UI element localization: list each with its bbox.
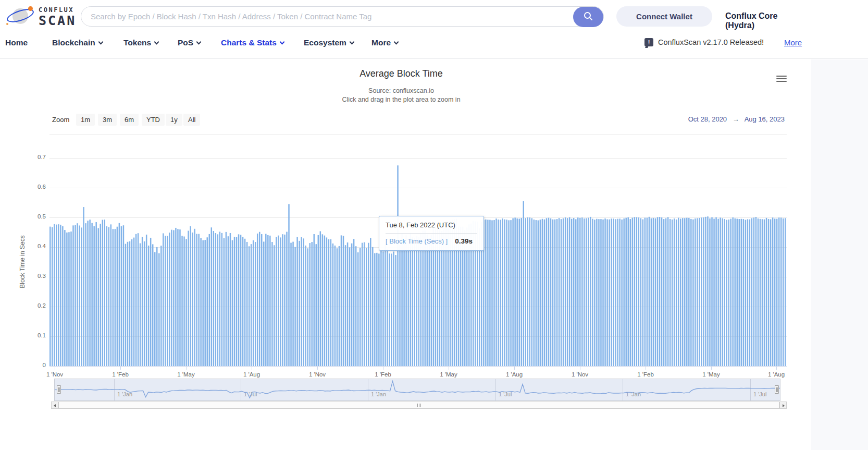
y-tick-label: 0.3	[10, 273, 46, 279]
chevron-down-icon	[394, 40, 399, 45]
chart-subtitle-source: Source: confluxscan.io	[0, 87, 802, 94]
chart-subtitle-hint: Click and drag in the plot area to zoom …	[0, 96, 802, 103]
x-tick	[646, 367, 646, 370]
search-icon	[583, 11, 593, 23]
nav-item-tokens[interactable]: Tokens	[123, 38, 158, 47]
chart-title: Average Block Time	[0, 68, 802, 79]
range-date-from[interactable]: Oct 28, 2020	[688, 115, 727, 123]
zoom-button-3m[interactable]: 3m	[98, 114, 117, 126]
navigator-right-handle[interactable]	[775, 385, 779, 394]
nav-item-label: More	[371, 38, 391, 47]
x-tick-label: 1 'Feb	[112, 371, 129, 378]
connect-wallet-button[interactable]: Connect Wallet	[616, 6, 712, 27]
x-tick	[186, 367, 187, 370]
chart-navigator[interactable]: 1 'Jan 1 'Jul 1 'Jan 1 'Jul 1 'Jan 1 'Ju…	[55, 379, 780, 400]
nav-item-pos[interactable]: PoS	[178, 38, 201, 47]
x-tick	[711, 367, 712, 370]
search-button[interactable]	[573, 7, 603, 27]
x-tick	[580, 367, 580, 370]
y-tick-label: 0.4	[10, 243, 46, 249]
nav-item-label: Tokens	[123, 38, 151, 47]
chart-context-menu-button[interactable]	[775, 73, 788, 83]
tooltip-series-label: [ Block Time (Secs) ]	[386, 237, 448, 245]
range-dates: Oct 28, 2020 → Aug 16, 2023	[672, 115, 785, 123]
x-tick-label: 1 'Nov	[572, 371, 588, 378]
x-tick-label: 1 'May	[440, 371, 457, 378]
y-tick-label: 0	[10, 362, 46, 368]
scrollbar-grip-icon	[417, 404, 418, 407]
announcement-text: ConfluxScan v2.17.0 Released!	[658, 38, 764, 46]
zoom-button-6m[interactable]: 6m	[120, 114, 139, 126]
announcement-icon: !	[644, 38, 653, 46]
x-tick-label: 1 'Aug	[243, 371, 260, 378]
x-tick	[383, 367, 383, 370]
zoom-button-ytd[interactable]: YTD	[142, 114, 165, 126]
nav-item-charts-stats[interactable]: Charts & Stats	[221, 38, 284, 47]
chevron-down-icon	[349, 40, 354, 45]
scrollbar-right-arrow-button[interactable]	[779, 402, 787, 409]
y-tick-label: 0.1	[10, 332, 46, 338]
x-tick-label: 1 'Aug	[506, 371, 523, 378]
zoom-button-all[interactable]: All	[183, 114, 200, 126]
tooltip-value: 0.39s	[455, 237, 473, 245]
search-bar	[81, 6, 604, 27]
tooltip-divider	[386, 233, 477, 234]
tooltip-date: Tue 8, Feb 2022 (UTC)	[386, 221, 477, 229]
nav-item-more[interactable]: More	[371, 38, 398, 47]
y-tick-label: 0.7	[10, 154, 46, 160]
planet-satellite-icon	[28, 6, 33, 11]
zoom-button-1y[interactable]: 1y	[166, 114, 182, 126]
nav-item-label: Home	[5, 38, 28, 47]
nav-item-label: PoS	[178, 38, 193, 47]
navigator-series	[55, 379, 780, 400]
x-tick-label: 1 'Aug	[768, 371, 785, 378]
confluxscan-logo[interactable]: CONFLUX SCAN	[5, 5, 78, 28]
chevron-down-icon	[196, 40, 202, 45]
main-nav: Home Blockchain Tokens PoS Charts & Stat…	[0, 32, 868, 55]
range-date-to[interactable]: Aug 16, 2023	[745, 115, 785, 123]
x-tick-label: 1 'Nov	[46, 371, 63, 378]
x-tick-label: 1 'Feb	[375, 371, 391, 378]
top-header: CONFLUX SCAN Connect Wallet Conflux Core…	[0, 0, 868, 59]
planet-star-icon	[6, 23, 8, 25]
x-tick	[776, 367, 777, 370]
y-axis-title: Block Time in Secs	[19, 225, 26, 298]
x-tick	[514, 367, 515, 370]
x-tick-label: 1 'May	[702, 371, 720, 378]
nav-item-blockchain[interactable]: Blockchain	[52, 38, 103, 47]
hamburger-icon	[776, 76, 787, 77]
y-tick-label: 0.2	[10, 302, 46, 309]
nav-item-ecosystem[interactable]: Ecosystem	[304, 38, 354, 47]
announcement-more-link[interactable]: More	[784, 38, 802, 47]
x-tick	[55, 367, 55, 370]
y-tick-label: 0.6	[10, 184, 46, 190]
network-selector[interactable]: Conflux Core (Hydra)	[725, 11, 809, 30]
x-tick	[317, 367, 318, 370]
nav-item-home[interactable]: Home	[5, 38, 28, 47]
nav-item-label: Blockchain	[52, 38, 95, 47]
chart-tooltip: Tue 8, Feb 2022 (UTC) [ Block Time (Secs…	[379, 216, 484, 251]
scrollbar-left-arrow-button[interactable]	[51, 402, 58, 409]
navigator-left-handle[interactable]	[57, 385, 61, 394]
announcement[interactable]: ! ConfluxScan v2.17.0 Released!	[644, 38, 764, 46]
x-tick	[120, 367, 121, 370]
logo-line2: SCAN	[39, 14, 76, 27]
zoom-button-1m[interactable]: 1m	[76, 114, 95, 126]
nav-item-label: Charts & Stats	[221, 38, 277, 47]
nav-item-label: Ecosystem	[304, 38, 346, 47]
x-tick-label: 1 'Nov	[309, 371, 326, 378]
x-tick-label: 1 'Feb	[637, 371, 654, 378]
x-tick	[252, 367, 252, 370]
range-date-separator: →	[733, 115, 739, 123]
x-tick-label: 1 'May	[177, 371, 195, 378]
search-input[interactable]	[81, 12, 603, 21]
x-tick	[449, 367, 449, 370]
chevron-down-icon	[279, 40, 284, 45]
page-right-gutter	[811, 59, 868, 450]
zoom-label: Zoom	[52, 116, 69, 124]
chevron-down-icon	[154, 40, 159, 45]
logo-text: CONFLUX SCAN	[39, 7, 76, 27]
y-tick-label: 0.5	[10, 213, 46, 220]
logo-line1: CONFLUX	[39, 7, 76, 13]
scrollbar-thumb[interactable]	[58, 402, 779, 409]
